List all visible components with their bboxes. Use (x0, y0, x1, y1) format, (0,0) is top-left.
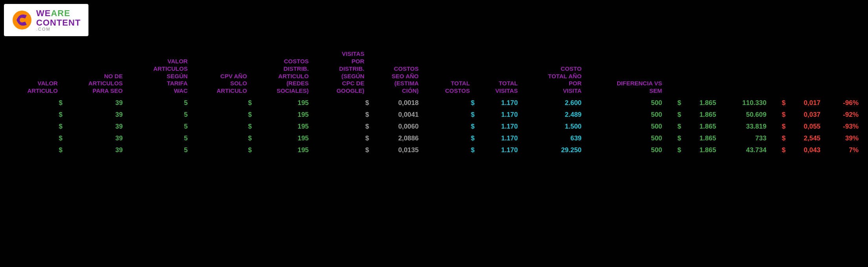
cell-valor-articulo: 39 (63, 144, 128, 156)
cell-cpv-dollar: $ (314, 144, 370, 156)
cell-total-costos: 1.865 (682, 121, 722, 133)
cell-costos-distrib: 1.170 (475, 97, 523, 109)
cell-valor-articulos: 195 (252, 121, 314, 133)
cell-diferencia: 39% (826, 133, 864, 144)
cell-no-articulos: 5 (128, 109, 193, 121)
cell-total-costos: 1.865 (682, 97, 722, 109)
cell-valor-articulo: 39 (63, 133, 128, 144)
table-row: $ 39 5 $ 195 $ 2,0886 $ 1.170 639 500 $ … (4, 133, 864, 144)
cell-visitas-distrib: 639 (523, 133, 587, 144)
cell-total-visitas: 33.819 (722, 121, 772, 133)
th-valor-articulos-tarifa: VALORARTICULOSSEGÚNTARIFAWAC (128, 48, 193, 97)
th-costos-distrib: COSTOSDISTRIB.ARTICULO(REDESSOCIALES) (252, 48, 314, 97)
th-total-costos: TOTALCOSTOS (424, 48, 475, 97)
cell-costos-distrib: 1.170 (475, 144, 523, 156)
cell-no-articulos: 5 (128, 133, 193, 144)
cell-valor-articulo-dollar: $ (4, 133, 63, 144)
cell-valor-articulos-dollar: $ (193, 133, 252, 144)
cell-valor-articulos-dollar: $ (193, 144, 252, 156)
main-table: VALORARTICULO No DEARTICULOSPARA SEO VAL… (4, 48, 864, 156)
cell-valor-articulo: 39 (63, 109, 128, 121)
cell-costos-distrib-dollar: $ (424, 97, 475, 109)
cell-total-visitas: 43.734 (722, 144, 772, 156)
cell-costo-total-dollar: $ (772, 144, 786, 156)
cell-costos-distrib: 1.170 (475, 109, 523, 121)
cell-costos-distrib-dollar: $ (424, 109, 475, 121)
wearecontent-icon (12, 10, 32, 30)
cell-costos-distrib-dollar: $ (424, 133, 475, 144)
logo-inner: WEARE CONTENT .COM (12, 9, 81, 31)
cell-valor-articulos: 195 (252, 109, 314, 121)
cell-total-costos-dollar: $ (668, 97, 682, 109)
cell-total-visitas: 110.330 (722, 97, 772, 109)
th-no-articulos: No DEARTICULOSPARA SEO (63, 48, 128, 97)
cell-total-costos-dollar: $ (668, 133, 682, 144)
cell-valor-articulo-dollar: $ (4, 109, 63, 121)
cell-cpv-dollar: $ (314, 109, 370, 121)
logo-area: WEARE CONTENT .COM (4, 4, 88, 36)
cell-costos-distrib: 1.170 (475, 121, 523, 133)
cell-costos-seo: 500 (587, 133, 668, 144)
th-total-visitas: TOTALVISITAS (475, 48, 523, 97)
cell-diferencia: -96% (826, 97, 864, 109)
cell-visitas-distrib: 2.600 (523, 97, 587, 109)
cell-cpv-dollar: $ (314, 133, 370, 144)
logo-weare: WEARE (36, 9, 81, 18)
table-row: $ 39 5 $ 195 $ 0,0041 $ 1.170 2.489 500 … (4, 109, 864, 121)
cell-costo-total-dollar: $ (772, 121, 786, 133)
cell-costo-total: 0,043 (786, 144, 826, 156)
cell-valor-articulos: 195 (252, 97, 314, 109)
th-diferencia-vs-sem: DIFERENCIA VSSEM (587, 48, 668, 97)
logo-com: .COM (36, 27, 81, 31)
cell-costos-distrib-dollar: $ (424, 144, 475, 156)
cell-cpv: 0,0135 (370, 144, 424, 156)
cell-costo-total: 0,055 (786, 121, 826, 133)
table-row: $ 39 5 $ 195 $ 0,0060 $ 1.170 1.500 500 … (4, 121, 864, 133)
cell-cpv-dollar: $ (314, 97, 370, 109)
th-visitas-distrib: VISITASPORDISTRIB.(SEGÚNCPC DEGOOGLE) (314, 48, 370, 97)
cell-costo-total: 0,037 (786, 109, 826, 121)
cell-costos-seo: 500 (587, 109, 668, 121)
cell-no-articulos: 5 (128, 121, 193, 133)
cell-valor-articulo-dollar: $ (4, 97, 63, 109)
th-cpv-ano: CPV AÑOSOLOARTICULO (193, 48, 252, 97)
cell-visitas-distrib: 1.500 (523, 121, 587, 133)
cell-diferencia: 7% (826, 144, 864, 156)
cell-valor-articulo: 39 (63, 121, 128, 133)
cell-valor-articulos-dollar: $ (193, 121, 252, 133)
cell-costos-seo: 500 (587, 121, 668, 133)
cell-costo-total-dollar: $ (772, 109, 786, 121)
cell-costos-seo: 500 (587, 144, 668, 156)
logo-content-word: CONTENT (36, 18, 81, 28)
cell-costo-total: 0,017 (786, 97, 826, 109)
cell-cpv: 2,0886 (370, 133, 424, 144)
logo-text: WEARE CONTENT .COM (36, 9, 81, 31)
cell-no-articulos: 5 (128, 144, 193, 156)
table-row: $ 39 5 $ 195 $ 0,0018 $ 1.170 2.600 500 … (4, 97, 864, 109)
cell-valor-articulos-dollar: $ (193, 109, 252, 121)
cell-total-visitas: 50.609 (722, 109, 772, 121)
cell-total-costos: 1.865 (682, 109, 722, 121)
th-costos-seo: COSTOSSEO AÑO(ESTIMACIÓN) (370, 48, 424, 97)
cell-total-visitas: 733 (722, 133, 772, 144)
cell-valor-articulo-dollar: $ (4, 144, 63, 156)
cell-costo-total: 2,545 (786, 133, 826, 144)
cell-valor-articulos-dollar: $ (193, 97, 252, 109)
cell-valor-articulos: 195 (252, 144, 314, 156)
cell-valor-articulo-dollar: $ (4, 121, 63, 133)
svg-point-1 (20, 18, 24, 22)
table-header-row: VALORARTICULO No DEARTICULOSPARA SEO VAL… (4, 48, 864, 97)
page-wrapper: WEARE CONTENT .COM VALORARTICULO No DEAR… (4, 4, 864, 156)
cell-total-costos: 1.865 (682, 144, 722, 156)
cell-diferencia: -92% (826, 109, 864, 121)
cell-cpv: 0,0060 (370, 121, 424, 133)
cell-total-costos-dollar: $ (668, 109, 682, 121)
cell-costos-distrib: 1.170 (475, 133, 523, 144)
cell-cpv: 0,0018 (370, 97, 424, 109)
cell-no-articulos: 5 (128, 97, 193, 109)
th-costo-total-ano: COSTOTOTAL AÑOPORVISITA (523, 48, 587, 97)
cell-cpv-dollar: $ (314, 121, 370, 133)
cell-valor-articulo: 39 (63, 97, 128, 109)
cell-visitas-distrib: 2.489 (523, 109, 587, 121)
cell-cpv: 0,0041 (370, 109, 424, 121)
